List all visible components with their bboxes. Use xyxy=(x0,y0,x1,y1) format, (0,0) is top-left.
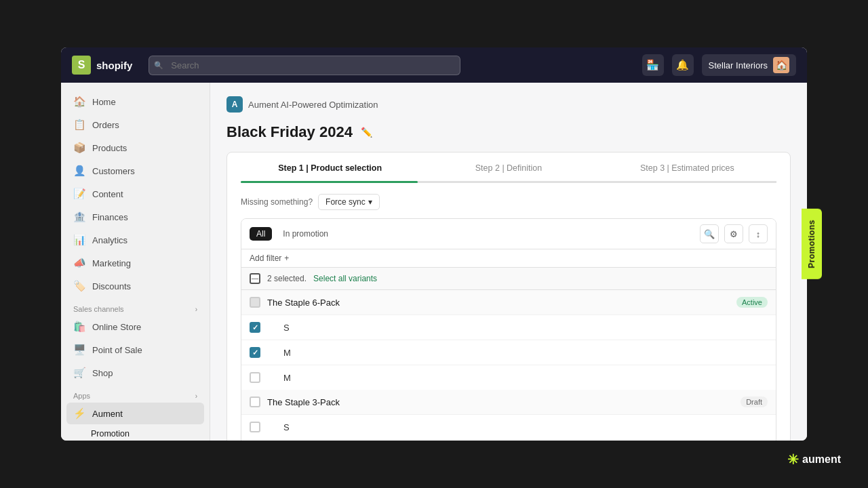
aument-icon: ⚡ xyxy=(73,407,85,420)
finances-icon: 🏦 xyxy=(73,211,85,223)
discounts-icon: 🏷️ xyxy=(73,280,85,292)
search-products-btn[interactable]: 🔍 xyxy=(700,224,719,243)
sidebar-label-customers: Customers xyxy=(92,166,135,176)
app-header: A Aument AI-Powered Optimization xyxy=(226,96,791,113)
step-2[interactable]: Step 2 | Definition xyxy=(419,163,597,181)
aument-logo-text: aument xyxy=(802,453,841,466)
sidebar-item-shop[interactable]: 🛒 Shop xyxy=(66,362,204,384)
select-all-variants-link[interactable]: Select all variants xyxy=(313,274,377,283)
sidebar-label-marketing: Marketing xyxy=(92,258,131,268)
sidebar-label-aument: Aument xyxy=(92,409,123,419)
sidebar-label-pos: Point of Sale xyxy=(92,345,142,355)
product-2-checkbox[interactable] xyxy=(250,396,260,407)
steps-body: Missing something? Force sync ▾ All xyxy=(227,183,790,441)
apps-chevron: › xyxy=(195,392,197,400)
product-group-1: The Staple 6-Pack Active S M xyxy=(241,290,776,390)
content-area: A Aument AI-Powered Optimization Black F… xyxy=(210,83,807,441)
product-table: All In promotion 🔍 ⚙ ↕ Add filter xyxy=(241,218,776,441)
sidebar-label-home: Home xyxy=(92,97,116,107)
shopify-logo-text: shopify xyxy=(96,60,132,71)
promotions-side-tab[interactable]: Promotions xyxy=(802,209,822,279)
selection-bar: 2 selected. Select all variants xyxy=(241,268,776,290)
store-selector-btn[interactable]: Stellar Interiors 🏠 xyxy=(702,54,796,76)
variant-m1-checkbox[interactable] xyxy=(250,347,260,358)
search-input[interactable] xyxy=(149,56,460,75)
product-row-1-header[interactable]: The Staple 6-Pack Active xyxy=(241,290,776,315)
aument-branding: ✳ aument xyxy=(787,451,841,468)
sidebar-label-finances: Finances xyxy=(92,212,128,222)
product-1-variant-m1[interactable]: M xyxy=(241,340,776,365)
step-3[interactable]: Step 3 | Estimated prices xyxy=(598,163,776,181)
select-all-checkbox[interactable] xyxy=(250,273,260,284)
sidebar: 🏠 Home 📋 Orders 📦 Products 👤 Customers 📝 xyxy=(61,83,210,441)
product-1-checkbox[interactable] xyxy=(250,297,260,308)
add-filter-button[interactable]: Add filter + xyxy=(241,249,776,268)
sidebar-sub-item-promotion[interactable]: Promotion xyxy=(66,426,204,441)
sidebar-item-marketing[interactable]: 📣 Marketing xyxy=(66,252,204,274)
analytics-icon: 📊 xyxy=(73,234,85,246)
table-icons: 🔍 ⚙ ↕ xyxy=(700,224,768,243)
product-2-status: Draft xyxy=(741,396,768,407)
product-2-variant-s[interactable]: S xyxy=(241,415,776,440)
sidebar-label-promotion: Promotion xyxy=(91,429,130,439)
sidebar-item-analytics[interactable]: 📊 Analytics xyxy=(66,229,204,251)
variant-s2-checkbox[interactable] xyxy=(250,422,260,432)
sidebar-item-content[interactable]: 📝 Content xyxy=(66,183,204,205)
search-bar xyxy=(149,56,460,75)
notification-btn[interactable]: 🔔 xyxy=(672,54,694,76)
content-icon: 📝 xyxy=(73,188,85,200)
page-title: Black Friday 2024 xyxy=(226,123,353,141)
force-sync-label: Force sync xyxy=(326,197,366,207)
sales-channels-section: Sales channels › xyxy=(66,298,204,316)
force-sync-chevron: ▾ xyxy=(368,197,372,207)
marketing-icon: 📣 xyxy=(73,257,85,269)
sidebar-label-content: Content xyxy=(92,189,123,199)
filter-products-btn[interactable]: ⚙ xyxy=(724,224,743,243)
tab-all[interactable]: All xyxy=(250,227,272,241)
sidebar-item-pos[interactable]: 🖥️ Point of Sale xyxy=(66,339,204,361)
sidebar-item-orders[interactable]: 📋 Orders xyxy=(66,114,204,136)
product-row-2-header[interactable]: The Staple 3-Pack Draft xyxy=(241,390,776,415)
force-sync-button[interactable]: Force sync ▾ xyxy=(318,194,380,210)
product-1-variant-s[interactable]: S xyxy=(241,315,776,340)
shop-icon: 🛒 xyxy=(73,367,85,379)
store-avatar: 🏠 xyxy=(773,57,789,73)
sidebar-item-aument[interactable]: ⚡ Aument xyxy=(66,403,204,424)
variant-m2-checkbox[interactable] xyxy=(250,372,260,383)
main-layout: 🏠 Home 📋 Orders 📦 Products 👤 Customers 📝 xyxy=(61,83,807,441)
sidebar-label-shop: Shop xyxy=(92,368,113,378)
home-icon: 🏠 xyxy=(73,96,85,108)
sidebar-item-online-store[interactable]: 🛍️ Online Store xyxy=(66,316,204,338)
sidebar-label-discounts: Discounts xyxy=(92,281,131,291)
app-header-title: Aument AI-Powered Optimization xyxy=(248,100,378,110)
sidebar-item-discounts[interactable]: 🏷️ Discounts xyxy=(66,275,204,297)
product-1-variant-m2[interactable]: M xyxy=(241,365,776,390)
step-1[interactable]: Step 1 | Product selection xyxy=(241,163,419,181)
product-2-variant-m[interactable]: M xyxy=(241,440,776,441)
page-header: Black Friday 2024 ✏️ xyxy=(226,123,791,141)
sales-channels-chevron: › xyxy=(195,306,197,313)
sidebar-item-customers[interactable]: 👤 Customers xyxy=(66,160,204,182)
add-filter-label: Add filter xyxy=(250,253,281,263)
edit-title-button[interactable]: ✏️ xyxy=(359,125,374,139)
filter-bar: Missing something? Force sync ▾ xyxy=(241,194,776,210)
apps-section: Apps › xyxy=(66,385,204,403)
shopify-logo-icon: S xyxy=(72,56,91,75)
store-name: Stellar Interiors xyxy=(709,60,768,70)
variant-s2-name: S xyxy=(267,422,768,432)
sidebar-item-products[interactable]: 📦 Products xyxy=(66,137,204,159)
product-2-name: The Staple 3-Pack xyxy=(267,397,734,407)
tab-in-promotion[interactable]: In promotion xyxy=(277,227,334,241)
sort-products-btn[interactable]: ↕ xyxy=(749,224,768,243)
sidebar-item-finances[interactable]: 🏦 Finances xyxy=(66,206,204,228)
app-shell: S shopify 🏪 🔔 Stellar Interiors 🏠 xyxy=(61,47,807,441)
variant-s1-checkbox[interactable] xyxy=(250,322,260,333)
variant-m1-name: M xyxy=(267,348,768,358)
pos-icon: 🖥️ xyxy=(73,344,85,356)
sidebar-label-orders: Orders xyxy=(92,120,119,130)
selection-count: 2 selected. xyxy=(267,274,307,283)
sidebar-item-home[interactable]: 🏠 Home xyxy=(66,91,204,113)
sidebar-label-products: Products xyxy=(92,143,127,153)
variant-m2-name: M xyxy=(267,373,768,383)
store-icon-btn[interactable]: 🏪 xyxy=(642,54,664,76)
